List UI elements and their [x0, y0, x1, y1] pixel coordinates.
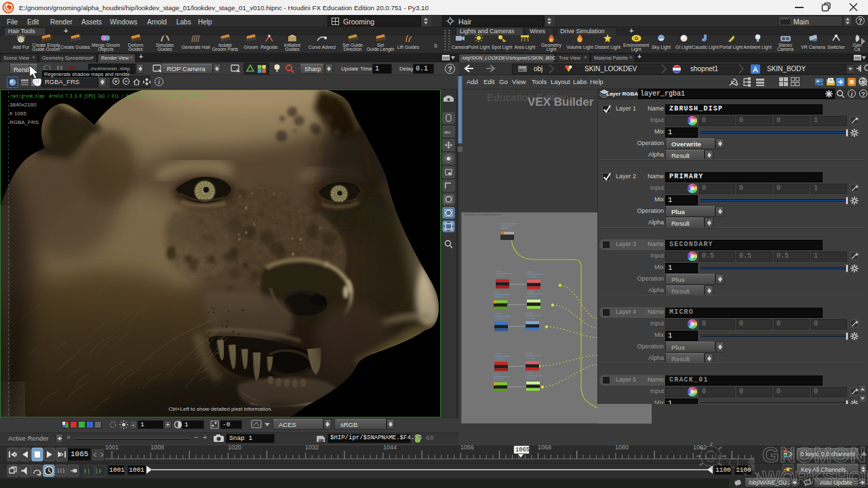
svg-text:WORKSHOP: WORKSHOP	[762, 467, 868, 488]
svg-text:1044: 1044	[383, 445, 397, 451]
svg-text:1068: 1068	[538, 445, 551, 451]
svg-text:1001: 1001	[105, 445, 119, 451]
svg-text:abc: abc	[444, 130, 451, 134]
svg-text:THE: THE	[747, 458, 755, 471]
svg-text:1008: 1008	[151, 445, 164, 451]
svg-text:1032: 1032	[305, 445, 319, 451]
svg-text:GNOMON: GNOMON	[762, 443, 867, 467]
svg-text:1080: 1080	[615, 445, 629, 451]
svg-text:1020: 1020	[228, 445, 241, 451]
svg-text:1056: 1056	[460, 445, 474, 451]
